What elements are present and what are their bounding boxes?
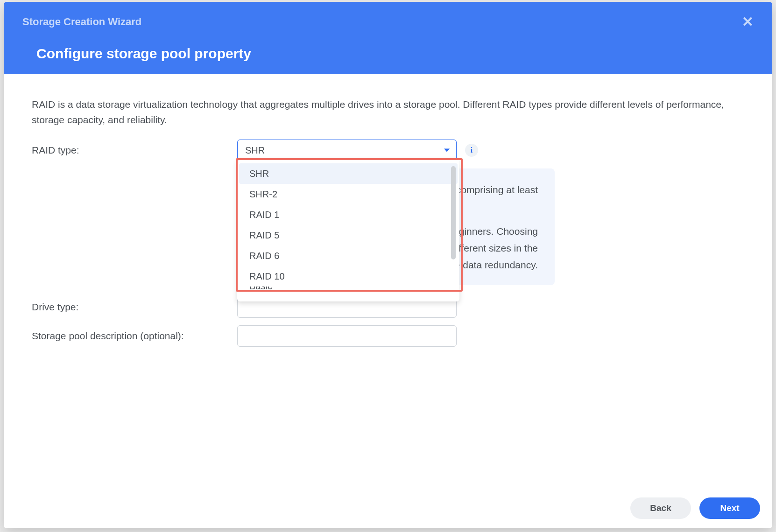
dropdown-option-shr2[interactable]: SHR-2 bbox=[239, 184, 458, 204]
modal-header: Storage Creation Wizard ✕ Configure stor… bbox=[4, 2, 772, 74]
pool-description-label: Storage pool description (optional): bbox=[32, 329, 237, 344]
raid-type-row: RAID type: SHR i bbox=[32, 140, 744, 161]
chevron-down-icon bbox=[444, 149, 450, 152]
description-text: RAID is a data storage virtualization te… bbox=[32, 97, 744, 127]
raid-type-dropdown[interactable]: SHR SHR-2 RAID 1 RAID 5 RAID 6 RAID 10 B… bbox=[237, 160, 459, 301]
pool-description-row: Storage pool description (optional): bbox=[32, 325, 744, 347]
close-icon[interactable]: ✕ bbox=[742, 15, 754, 29]
page-title: Configure storage pool property bbox=[36, 46, 754, 62]
raid-type-select[interactable]: SHR bbox=[237, 140, 457, 161]
dropdown-option-shr[interactable]: SHR bbox=[239, 163, 458, 184]
dropdown-option-basic[interactable]: Basic bbox=[239, 287, 458, 300]
dropdown-option-raid1[interactable]: RAID 1 bbox=[239, 204, 458, 225]
modal-body: RAID is a data storage virtualization te… bbox=[4, 74, 772, 488]
raid-type-value: SHR bbox=[245, 143, 265, 158]
drive-type-label: Drive type: bbox=[32, 300, 237, 315]
dropdown-option-raid6[interactable]: RAID 6 bbox=[239, 245, 458, 266]
dropdown-option-raid5[interactable]: RAID 5 bbox=[239, 225, 458, 245]
dropdown-option-raid10[interactable]: RAID 10 bbox=[239, 266, 458, 287]
raid-type-label: RAID type: bbox=[32, 143, 237, 158]
back-button[interactable]: Back bbox=[630, 497, 691, 519]
modal-footer: Back Next bbox=[4, 488, 772, 528]
wizard-title: Storage Creation Wizard bbox=[22, 16, 141, 28]
scrollbar[interactable] bbox=[451, 166, 456, 259]
wizard-modal: Storage Creation Wizard ✕ Configure stor… bbox=[4, 2, 772, 528]
pool-description-input[interactable] bbox=[237, 325, 457, 347]
info-icon[interactable]: i bbox=[465, 144, 478, 157]
next-button[interactable]: Next bbox=[699, 497, 760, 519]
